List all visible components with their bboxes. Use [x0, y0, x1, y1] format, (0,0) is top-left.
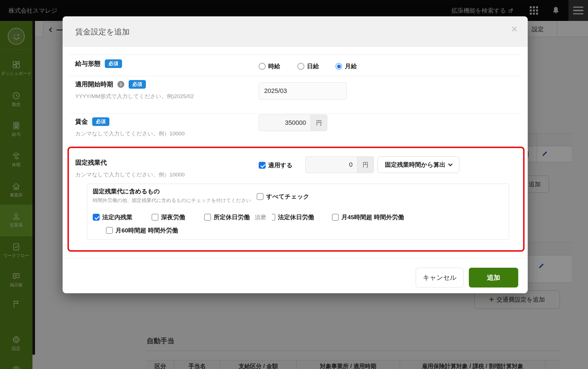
start-period-label-row: 適用開始時期 必須 [75, 80, 146, 89]
required-badge: 必須 [92, 117, 109, 126]
ime-overlay-text: 須磨 [255, 213, 267, 221]
checkbox-checked-icon [259, 162, 266, 169]
chevron-down-icon [448, 162, 453, 166]
info-icon[interactable] [117, 81, 124, 88]
start-period-input[interactable] [259, 82, 347, 100]
required-badge: 必須 [129, 80, 146, 89]
fixed-overtime-help: カンマなしで入力してください。例）10000 [75, 171, 185, 178]
yen-addon: 円 [311, 114, 327, 131]
required-badge: 必須 [105, 59, 122, 68]
divider [63, 258, 528, 259]
radio-hourly[interactable]: 時給 [259, 62, 280, 70]
calc-method-dropdown[interactable]: 固定残業時間から算出 [378, 156, 459, 173]
radio-daily[interactable]: 日給 [297, 62, 319, 70]
include-box-title: 固定残業代に含めるもの [93, 187, 160, 195]
modal-title: 賃金設定を追加 [75, 27, 130, 37]
divider [69, 55, 521, 55]
yen-addon: 円 [357, 156, 374, 173]
check-all-label: すべてチェック [266, 193, 309, 201]
modal-header: 賃金設定を追加 ✕ [63, 16, 528, 46]
checkbox-icon [332, 214, 339, 221]
option-legal-holiday-work[interactable]: 須磨 法定休日労働 [255, 213, 314, 221]
pay-type-label: 給与形態 [75, 59, 100, 68]
start-period-label: 適用開始時期 [75, 80, 113, 89]
checkbox-checked-icon [93, 214, 100, 221]
checkbox-icon [152, 214, 158, 221]
app-window: 株式会社スマレジ 拡張機能を検索する ダッシュボード [0, 0, 588, 369]
radio-label: 月給 [345, 62, 357, 70]
option-scheduled-holiday-work[interactable]: 所定休日労働 [204, 213, 250, 221]
option-over-60h[interactable]: 月60時間超 時間外労働 [106, 226, 178, 234]
fixed-overtime-amount-group: 円 [305, 156, 374, 173]
option-night-work[interactable]: 深夜労働 [152, 213, 185, 221]
start-period-help: YYYY/MM形式で入力してください。例)2025/02 [75, 93, 194, 100]
checkbox-partially-hidden-icon [268, 214, 275, 221]
close-icon[interactable]: ✕ [511, 25, 518, 34]
radio-icon [259, 63, 266, 70]
pay-type-label-row: 給与形態 必須 [75, 59, 122, 68]
divider [69, 76, 521, 76]
cancel-button[interactable]: キャンセル [416, 268, 464, 288]
divider [69, 113, 521, 114]
wage-label-row: 賃金 必須 [75, 117, 109, 126]
wage-input[interactable] [259, 114, 311, 131]
wage-input-group: 円 [259, 114, 327, 131]
apply-checkbox[interactable]: 適用する [259, 161, 293, 169]
option-over-45h[interactable]: 月45時間超 時間外労働 [332, 213, 404, 221]
wage-label: 賃金 [75, 117, 88, 126]
submit-add-button[interactable]: 追加 [469, 268, 518, 288]
fixed-overtime-amount-input[interactable] [305, 156, 357, 173]
fixed-overtime-label-row: 固定残業代 [75, 158, 107, 167]
apply-label: 適用する [268, 161, 293, 169]
include-options-box: 固定残業代に含めるもの 時間外労働の他、固定残業代に含めるものにチェックを付けて… [87, 184, 509, 240]
include-box-help: 時間外労働の他、固定残業代に含めるものにチェックを付けてください [93, 197, 251, 204]
checkbox-icon [106, 227, 113, 234]
calc-method-value: 固定残業時間から算出 [385, 161, 446, 169]
checkbox-icon [257, 193, 264, 200]
fixed-overtime-label: 固定残業代 [75, 158, 107, 167]
checkbox-icon [204, 214, 211, 221]
radio-label: 時給 [268, 62, 280, 70]
radio-label: 日給 [307, 62, 319, 70]
check-all-checkbox[interactable]: すべてチェック [257, 193, 309, 201]
radio-monthly[interactable]: 月給 [335, 62, 357, 70]
radio-icon [297, 63, 304, 70]
radio-icon-selected [335, 63, 342, 70]
add-wage-setting-modal: 賃金設定を追加 ✕ 給与形態 必須 時給 日給 月給 適用開始時期 必須 YYY… [63, 16, 528, 293]
option-legal-overtime[interactable]: 法定内残業 [93, 213, 132, 221]
wage-help: カンマなしで入力してください。例）10000 [75, 130, 185, 137]
